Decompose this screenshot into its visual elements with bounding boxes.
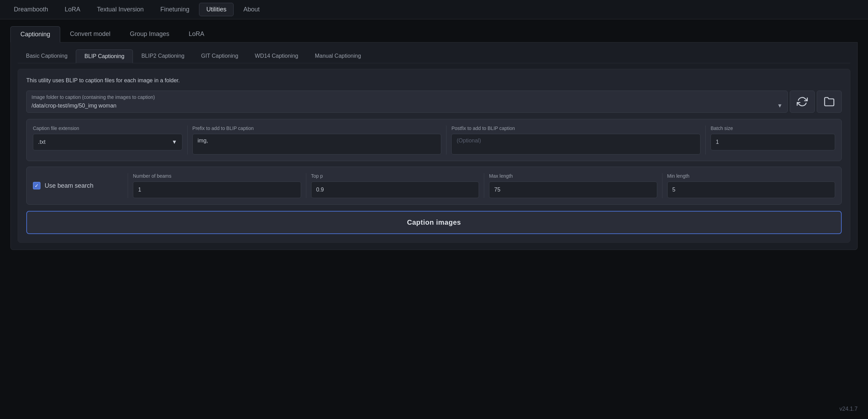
- folder-label: Image folder to caption (containing the …: [31, 94, 783, 100]
- caption-fields-row: Caption file extension .txt ▼ Prefix to …: [26, 119, 842, 161]
- tab-blip2-captioning[interactable]: BLIP2 Captioning: [133, 49, 193, 63]
- num-beams-label: Number of beams: [133, 173, 301, 179]
- num-beams-group: Number of beams: [133, 173, 301, 198]
- tab-git-captioning[interactable]: GIT Captioning: [193, 49, 246, 63]
- tab-lora[interactable]: LoRA: [179, 26, 214, 43]
- beam-search-row: ✓ Use beam search Number of beams Top p: [26, 167, 842, 205]
- postfix-label: Postfix to add to BLIP caption: [451, 125, 700, 131]
- top-p-group: Top p: [311, 173, 479, 198]
- tab-convert-model[interactable]: Convert model: [60, 26, 120, 43]
- prefix-label: Prefix to add to BLIP caption: [192, 125, 442, 131]
- primary-content-area: Basic Captioning BLIP Captioning BLIP2 C…: [10, 43, 858, 250]
- divider-1: [187, 125, 188, 155]
- max-length-group: Max length: [489, 173, 657, 198]
- nav-dreambooth[interactable]: Dreambooth: [7, 3, 55, 16]
- top-p-label: Top p: [311, 173, 479, 179]
- caption-images-button[interactable]: Caption images: [26, 211, 842, 234]
- description-text: This utility uses BLIP to caption files …: [26, 77, 842, 84]
- min-length-group: Min length: [667, 173, 835, 198]
- checkbox-check-icon: ✓: [35, 183, 39, 188]
- folder-input-wrapper: Image folder to caption (containing the …: [26, 91, 788, 113]
- nav-textual-inversion[interactable]: Textual Inversion: [90, 3, 151, 16]
- folder-value[interactable]: /data/crop-test/img/50_img woman: [31, 103, 116, 109]
- tab-bar-primary: Captioning Convert model Group Images Lo…: [10, 26, 858, 43]
- chevron-down-icon: ▼: [777, 103, 783, 109]
- nav-lora[interactable]: LoRA: [58, 3, 87, 16]
- nav-utilities[interactable]: Utilities: [199, 3, 234, 16]
- min-length-input[interactable]: [667, 181, 835, 198]
- prefix-input[interactable]: img,: [192, 134, 442, 155]
- batch-size-input[interactable]: [711, 134, 835, 150]
- browse-folder-button[interactable]: [817, 91, 842, 113]
- beam-search-checkbox[interactable]: ✓: [33, 182, 40, 189]
- tab-basic-captioning[interactable]: Basic Captioning: [18, 49, 76, 63]
- beam-search-checkbox-group: ✓ Use beam search: [33, 182, 123, 189]
- folder-row: Image folder to caption (containing the …: [26, 91, 842, 113]
- divider-6: [484, 173, 484, 198]
- caption-extension-value: .txt: [38, 139, 45, 145]
- top-nav: Dreambooth LoRA Textual Inversion Finetu…: [0, 0, 868, 19]
- max-length-label: Max length: [489, 173, 657, 179]
- top-p-input[interactable]: [311, 181, 479, 198]
- batch-size-group: Batch size: [711, 125, 835, 155]
- beam-search-label: Use beam search: [45, 182, 93, 189]
- divider-3: [705, 125, 706, 155]
- caption-extension-label: Caption file extension: [33, 125, 182, 131]
- divider-5: [306, 173, 306, 198]
- num-beams-input[interactable]: [133, 181, 301, 198]
- tab-blip-captioning[interactable]: BLIP Captioning: [76, 49, 133, 63]
- divider-7: [662, 173, 662, 198]
- tab-manual-captioning[interactable]: Manual Captioning: [307, 49, 369, 63]
- postfix-input[interactable]: [451, 134, 700, 155]
- main-area: Captioning Convert model Group Images Lo…: [0, 19, 868, 257]
- tab-captioning[interactable]: Captioning: [10, 26, 60, 43]
- max-length-input[interactable]: [489, 181, 657, 198]
- version-label: v24.1.7: [840, 406, 858, 412]
- tab-bar-secondary: Basic Captioning BLIP Captioning BLIP2 C…: [18, 49, 850, 63]
- divider-2: [446, 125, 446, 155]
- batch-size-label: Batch size: [711, 125, 835, 131]
- nav-finetuning[interactable]: Finetuning: [153, 3, 196, 16]
- postfix-group: Postfix to add to BLIP caption: [451, 125, 700, 155]
- divider-4: [128, 173, 128, 198]
- caption-extension-chevron: ▼: [172, 139, 177, 145]
- min-length-label: Min length: [667, 173, 835, 179]
- caption-extension-select[interactable]: .txt ▼: [33, 134, 182, 150]
- prefix-group: Prefix to add to BLIP caption img,: [192, 125, 442, 155]
- tab-group-images[interactable]: Group Images: [120, 26, 179, 43]
- refresh-folder-button[interactable]: [790, 91, 815, 113]
- caption-extension-group: Caption file extension .txt ▼: [33, 125, 182, 155]
- blip-captioning-panel: This utility uses BLIP to caption files …: [18, 69, 850, 243]
- tab-wd14-captioning[interactable]: WD14 Captioning: [246, 49, 306, 63]
- folder-input-inner: /data/crop-test/img/50_img woman ▼: [31, 103, 783, 109]
- nav-about[interactable]: About: [236, 3, 266, 16]
